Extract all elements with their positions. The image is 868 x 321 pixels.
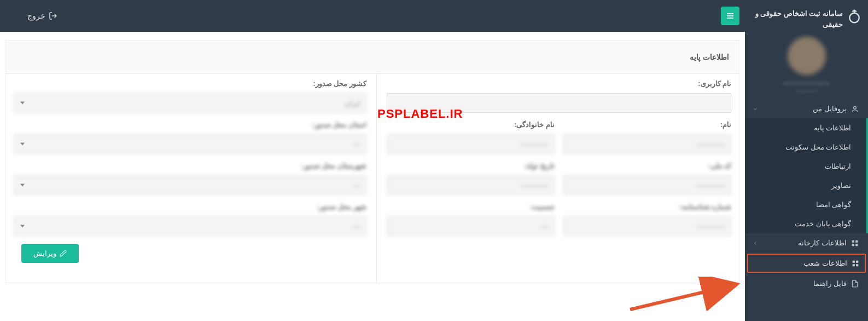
svg-rect-3 <box>855 240 858 242</box>
logout-button[interactable]: خروج <box>5 12 57 20</box>
nav-guide[interactable]: فایل راهنما <box>745 274 868 293</box>
nav-service[interactable]: گواهی پایان خدمت <box>745 214 868 233</box>
city-label: شهر محل صدور: <box>14 203 366 211</box>
nav-label: گواهی پایان خدمت <box>795 220 851 228</box>
svg-point-0 <box>849 13 859 23</box>
nav-label: تصاویر <box>831 181 851 190</box>
menu-icon <box>726 12 735 20</box>
birthdate-field[interactable] <box>387 175 555 195</box>
id-field[interactable] <box>563 216 731 236</box>
nav-label: ارتباطات <box>825 162 851 170</box>
pencil-icon <box>60 250 67 257</box>
grid-icon <box>852 260 859 267</box>
logout-label: خروج <box>27 12 45 20</box>
lastname-label: نام خانوادگی: <box>387 121 555 129</box>
logout-icon <box>49 12 57 20</box>
nav-label: گواهی امضا <box>816 200 851 209</box>
firstname-field[interactable] <box>563 134 731 154</box>
nav-factory[interactable]: اطلاعات کارخانه <box>745 233 868 253</box>
nav-label: اطلاعات پایه <box>814 124 851 132</box>
card: اطلاعات پایه نام کاربری: نام: <box>5 40 739 283</box>
app-title: سامانه ثبت اشخاص حقوقی و حقیقی <box>750 8 843 30</box>
user-icon <box>851 105 859 113</box>
province-select[interactable]: — <box>14 134 366 154</box>
gender-label: جنسیت: <box>387 203 555 211</box>
card-title: اطلاعات پایه <box>6 41 739 74</box>
nav-label: پروفایل من <box>813 105 847 113</box>
city-issue-label: شهرستان محل صدور: <box>14 162 366 170</box>
svg-rect-8 <box>853 264 855 266</box>
user-name: ——————— <box>745 79 868 87</box>
grid-icon <box>851 239 859 247</box>
city-select[interactable]: — <box>14 216 366 236</box>
edit-label: ویرایش <box>33 249 56 257</box>
chevron-left-icon <box>753 240 758 246</box>
country-select[interactable]: ایران <box>14 93 366 113</box>
nav: پروفایل من اطلاعات پایه اطلاعات محل سکون… <box>745 99 868 293</box>
svg-rect-6 <box>853 260 855 262</box>
svg-rect-2 <box>852 240 854 242</box>
national-label: کد ملی: <box>563 162 731 170</box>
lastname-field[interactable] <box>387 134 555 154</box>
sidebar-header: سامانه ثبت اشخاص حقوقی و حقیقی <box>745 5 868 34</box>
content: اطلاعات پایه نام کاربری: نام: <box>0 32 745 321</box>
nav-contacts[interactable]: ارتباطات <box>745 157 868 176</box>
nav-signature[interactable]: گواهی امضا <box>745 195 868 214</box>
username-label: نام کاربری: <box>387 79 731 88</box>
nav-profile[interactable]: پروفایل من <box>745 99 868 118</box>
username-field[interactable] <box>387 93 731 113</box>
nav-label: اطلاعات کارخانه <box>798 239 847 247</box>
nav-label: اطلاعات محل سکونت <box>785 143 851 151</box>
user-sub: ———— <box>745 87 868 94</box>
avatar <box>788 37 826 75</box>
firstname-label: نام: <box>563 121 731 129</box>
sidebar: سامانه ثبت اشخاص حقوقی و حقیقی ——————— —… <box>745 0 868 321</box>
file-icon <box>851 280 859 288</box>
nav-residence[interactable]: اطلاعات محل سکونت <box>745 137 868 157</box>
svg-rect-4 <box>852 244 854 246</box>
gender-field[interactable] <box>387 216 555 236</box>
app-logo-icon <box>846 8 863 25</box>
hamburger-button[interactable] <box>721 7 739 25</box>
nav-branches[interactable]: اطلاعات شعب <box>747 254 866 273</box>
svg-rect-9 <box>856 264 858 266</box>
svg-rect-5 <box>855 244 858 246</box>
id-label: شماره شناسنامه: <box>563 203 731 211</box>
province-label: استان محل صدور: <box>14 121 366 129</box>
country-label: کشور محل صدور: <box>14 79 366 88</box>
national-field[interactable] <box>563 175 731 195</box>
nav-images[interactable]: تصاویر <box>745 176 868 195</box>
nav-label: فایل راهنما <box>813 279 847 288</box>
main: خروج اطلاعات پایه نام کاربری: <box>0 0 745 321</box>
svg-point-1 <box>854 106 857 109</box>
edit-button[interactable]: ویرایش <box>21 244 79 263</box>
nav-basic-info[interactable]: اطلاعات پایه <box>745 118 868 137</box>
birthdate-label: تاریخ تولد: <box>387 162 555 170</box>
svg-rect-7 <box>856 260 858 262</box>
topbar: خروج <box>0 0 745 32</box>
nav-label: اطلاعات شعب <box>803 259 847 267</box>
city-issue-select[interactable]: — <box>14 175 366 195</box>
chevron-down-icon <box>753 106 758 112</box>
